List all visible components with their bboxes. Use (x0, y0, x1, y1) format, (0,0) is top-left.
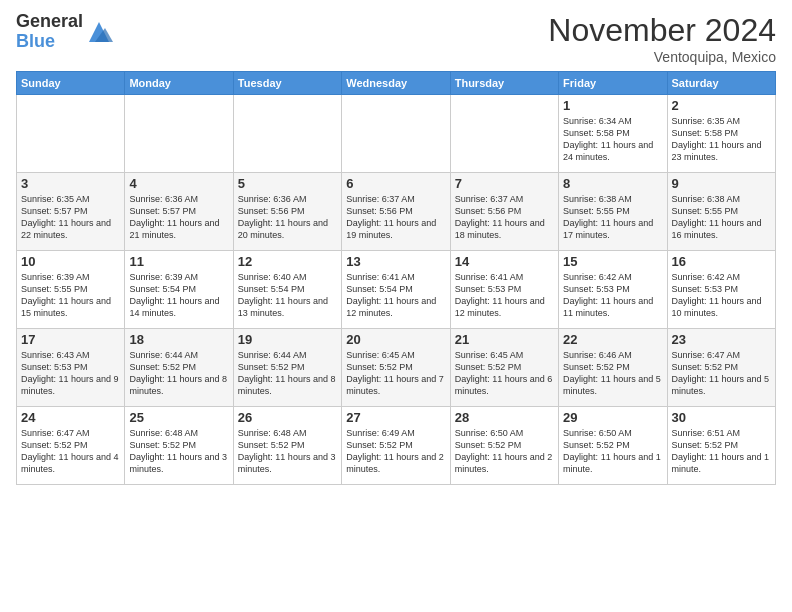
day-number: 9 (672, 176, 771, 191)
table-row: 4Sunrise: 6:36 AM Sunset: 5:57 PM Daylig… (125, 173, 233, 251)
day-number: 10 (21, 254, 120, 269)
calendar-week-row: 24Sunrise: 6:47 AM Sunset: 5:52 PM Dayli… (17, 407, 776, 485)
calendar-header: Sunday Monday Tuesday Wednesday Thursday… (17, 72, 776, 95)
day-info: Sunrise: 6:39 AM Sunset: 5:54 PM Dayligh… (129, 271, 228, 320)
calendar-body: 1Sunrise: 6:34 AM Sunset: 5:58 PM Daylig… (17, 95, 776, 485)
table-row: 14Sunrise: 6:41 AM Sunset: 5:53 PM Dayli… (450, 251, 558, 329)
calendar-table: Sunday Monday Tuesday Wednesday Thursday… (16, 71, 776, 485)
day-info: Sunrise: 6:44 AM Sunset: 5:52 PM Dayligh… (238, 349, 337, 398)
table-row: 24Sunrise: 6:47 AM Sunset: 5:52 PM Dayli… (17, 407, 125, 485)
logo-text: General Blue (16, 12, 83, 52)
day-info: Sunrise: 6:35 AM Sunset: 5:57 PM Dayligh… (21, 193, 120, 242)
day-info: Sunrise: 6:36 AM Sunset: 5:57 PM Dayligh… (129, 193, 228, 242)
table-row (17, 95, 125, 173)
table-row: 22Sunrise: 6:46 AM Sunset: 5:52 PM Dayli… (559, 329, 667, 407)
table-row: 9Sunrise: 6:38 AM Sunset: 5:55 PM Daylig… (667, 173, 775, 251)
table-row: 18Sunrise: 6:44 AM Sunset: 5:52 PM Dayli… (125, 329, 233, 407)
day-number: 21 (455, 332, 554, 347)
table-row: 21Sunrise: 6:45 AM Sunset: 5:52 PM Dayli… (450, 329, 558, 407)
day-number: 14 (455, 254, 554, 269)
day-info: Sunrise: 6:42 AM Sunset: 5:53 PM Dayligh… (563, 271, 662, 320)
day-info: Sunrise: 6:50 AM Sunset: 5:52 PM Dayligh… (563, 427, 662, 476)
table-row: 17Sunrise: 6:43 AM Sunset: 5:53 PM Dayli… (17, 329, 125, 407)
day-info: Sunrise: 6:47 AM Sunset: 5:52 PM Dayligh… (21, 427, 120, 476)
table-row: 20Sunrise: 6:45 AM Sunset: 5:52 PM Dayli… (342, 329, 450, 407)
logo-blue: Blue (16, 32, 83, 52)
day-info: Sunrise: 6:42 AM Sunset: 5:53 PM Dayligh… (672, 271, 771, 320)
col-saturday: Saturday (667, 72, 775, 95)
table-row: 2Sunrise: 6:35 AM Sunset: 5:58 PM Daylig… (667, 95, 775, 173)
logo: General Blue (16, 12, 113, 52)
col-wednesday: Wednesday (342, 72, 450, 95)
table-row: 26Sunrise: 6:48 AM Sunset: 5:52 PM Dayli… (233, 407, 341, 485)
table-row: 13Sunrise: 6:41 AM Sunset: 5:54 PM Dayli… (342, 251, 450, 329)
day-number: 16 (672, 254, 771, 269)
day-number: 23 (672, 332, 771, 347)
col-tuesday: Tuesday (233, 72, 341, 95)
day-info: Sunrise: 6:34 AM Sunset: 5:58 PM Dayligh… (563, 115, 662, 164)
day-info: Sunrise: 6:36 AM Sunset: 5:56 PM Dayligh… (238, 193, 337, 242)
day-info: Sunrise: 6:37 AM Sunset: 5:56 PM Dayligh… (346, 193, 445, 242)
table-row: 10Sunrise: 6:39 AM Sunset: 5:55 PM Dayli… (17, 251, 125, 329)
day-info: Sunrise: 6:41 AM Sunset: 5:54 PM Dayligh… (346, 271, 445, 320)
day-number: 11 (129, 254, 228, 269)
day-info: Sunrise: 6:50 AM Sunset: 5:52 PM Dayligh… (455, 427, 554, 476)
day-number: 5 (238, 176, 337, 191)
day-info: Sunrise: 6:48 AM Sunset: 5:52 PM Dayligh… (129, 427, 228, 476)
table-row: 19Sunrise: 6:44 AM Sunset: 5:52 PM Dayli… (233, 329, 341, 407)
day-number: 30 (672, 410, 771, 425)
day-number: 19 (238, 332, 337, 347)
day-number: 15 (563, 254, 662, 269)
day-number: 7 (455, 176, 554, 191)
page-container: General Blue November 2024 Ventoquipa, M… (0, 0, 792, 493)
table-row (233, 95, 341, 173)
day-info: Sunrise: 6:38 AM Sunset: 5:55 PM Dayligh… (563, 193, 662, 242)
day-number: 6 (346, 176, 445, 191)
day-number: 3 (21, 176, 120, 191)
table-row: 29Sunrise: 6:50 AM Sunset: 5:52 PM Dayli… (559, 407, 667, 485)
day-info: Sunrise: 6:46 AM Sunset: 5:52 PM Dayligh… (563, 349, 662, 398)
day-number: 12 (238, 254, 337, 269)
title-section: November 2024 Ventoquipa, Mexico (548, 12, 776, 65)
table-row (125, 95, 233, 173)
day-number: 29 (563, 410, 662, 425)
table-row (450, 95, 558, 173)
table-row: 27Sunrise: 6:49 AM Sunset: 5:52 PM Dayli… (342, 407, 450, 485)
table-row: 6Sunrise: 6:37 AM Sunset: 5:56 PM Daylig… (342, 173, 450, 251)
table-row: 12Sunrise: 6:40 AM Sunset: 5:54 PM Dayli… (233, 251, 341, 329)
calendar-week-row: 10Sunrise: 6:39 AM Sunset: 5:55 PM Dayli… (17, 251, 776, 329)
day-number: 1 (563, 98, 662, 113)
table-row: 1Sunrise: 6:34 AM Sunset: 5:58 PM Daylig… (559, 95, 667, 173)
page-header: General Blue November 2024 Ventoquipa, M… (16, 12, 776, 65)
table-row: 11Sunrise: 6:39 AM Sunset: 5:54 PM Dayli… (125, 251, 233, 329)
day-info: Sunrise: 6:48 AM Sunset: 5:52 PM Dayligh… (238, 427, 337, 476)
day-number: 17 (21, 332, 120, 347)
day-info: Sunrise: 6:45 AM Sunset: 5:52 PM Dayligh… (346, 349, 445, 398)
day-number: 2 (672, 98, 771, 113)
day-info: Sunrise: 6:39 AM Sunset: 5:55 PM Dayligh… (21, 271, 120, 320)
day-info: Sunrise: 6:44 AM Sunset: 5:52 PM Dayligh… (129, 349, 228, 398)
col-thursday: Thursday (450, 72, 558, 95)
table-row: 7Sunrise: 6:37 AM Sunset: 5:56 PM Daylig… (450, 173, 558, 251)
day-info: Sunrise: 6:35 AM Sunset: 5:58 PM Dayligh… (672, 115, 771, 164)
day-number: 18 (129, 332, 228, 347)
day-info: Sunrise: 6:43 AM Sunset: 5:53 PM Dayligh… (21, 349, 120, 398)
calendar-week-row: 17Sunrise: 6:43 AM Sunset: 5:53 PM Dayli… (17, 329, 776, 407)
day-number: 4 (129, 176, 228, 191)
day-number: 20 (346, 332, 445, 347)
day-number: 28 (455, 410, 554, 425)
day-number: 27 (346, 410, 445, 425)
col-monday: Monday (125, 72, 233, 95)
table-row: 28Sunrise: 6:50 AM Sunset: 5:52 PM Dayli… (450, 407, 558, 485)
table-row: 16Sunrise: 6:42 AM Sunset: 5:53 PM Dayli… (667, 251, 775, 329)
table-row (342, 95, 450, 173)
day-number: 25 (129, 410, 228, 425)
day-number: 8 (563, 176, 662, 191)
day-info: Sunrise: 6:40 AM Sunset: 5:54 PM Dayligh… (238, 271, 337, 320)
col-sunday: Sunday (17, 72, 125, 95)
day-number: 13 (346, 254, 445, 269)
table-row: 25Sunrise: 6:48 AM Sunset: 5:52 PM Dayli… (125, 407, 233, 485)
logo-icon (85, 18, 113, 46)
header-row: Sunday Monday Tuesday Wednesday Thursday… (17, 72, 776, 95)
day-info: Sunrise: 6:41 AM Sunset: 5:53 PM Dayligh… (455, 271, 554, 320)
